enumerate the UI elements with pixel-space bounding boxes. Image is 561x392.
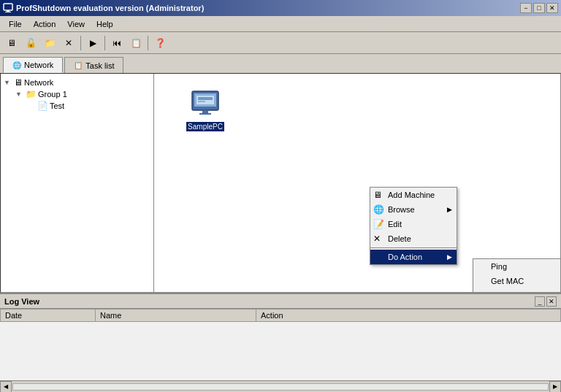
svg-rect-6 (199, 113, 211, 115)
scroll-right-btn[interactable]: ▶ (549, 381, 561, 393)
ctx-edit-label: Edit (388, 220, 402, 228)
ctx-add-machine[interactable]: 🖥 Add Machine (370, 188, 457, 202)
browse-icon: 🌐 (373, 204, 384, 215)
toolbar-save[interactable]: 📁 (41, 34, 58, 52)
toolbar-delete[interactable]: ✕ (60, 34, 77, 52)
ctx-delete-label: Delete (388, 234, 411, 243)
toolbar-list[interactable]: ⏮ (108, 34, 126, 52)
tab-tasklist[interactable]: 📋 Task list (64, 57, 123, 73)
pc-label: SamplePC (186, 122, 224, 131)
browse-arrow: ▶ (447, 206, 452, 213)
menu-file[interactable]: File (3, 18, 28, 30)
ctx-delete[interactable]: ✕ Delete (370, 231, 457, 246)
menu-bar: File Action View Help (0, 16, 561, 32)
close-button[interactable]: ✕ (546, 3, 558, 13)
do-action-arrow: ▶ (447, 253, 452, 261)
ctx-do-action[interactable]: Do Action ▶ (370, 250, 457, 264)
delete-icon: ✕ (373, 234, 381, 244)
toolbar-help[interactable]: ❓ (151, 34, 169, 52)
log-close-btn[interactable]: ✕ (546, 296, 557, 307)
tree-root-expander[interactable]: ▼ (4, 79, 12, 86)
tab-bar: 🌐 Network 📋 Task list (0, 54, 561, 73)
main-content: ▼ 🖥 Network ▼ 📁 Group 1 📄 Test (0, 73, 561, 293)
content-area: SamplePC 🖥 Add Machine 🌐 Browse ▶ 📝 Edit (154, 74, 560, 292)
toolbar-new[interactable]: 🖥 (3, 34, 20, 52)
sub-ping-label: Ping (491, 262, 507, 271)
tree-group[interactable]: ▼ 📁 Group 1 (4, 88, 150, 100)
toolbar-grid[interactable]: 📋 (127, 34, 145, 52)
tree-root[interactable]: ▼ 🖥 Network (4, 77, 150, 88)
log-header-buttons: _ ✕ (535, 296, 557, 307)
ctx-browse[interactable]: 🌐 Browse ▶ (370, 202, 457, 217)
maximize-button[interactable]: □ (533, 3, 545, 13)
tree-child-label: Test (50, 101, 64, 110)
scroll-left-btn[interactable]: ◀ (0, 381, 12, 393)
title-bar: ProfShutdown evaluation version (Adminis… (0, 0, 561, 16)
ctx-browse-label: Browse (388, 205, 415, 214)
tasklist-tab-icon: 📋 (74, 61, 83, 69)
toolbar-sep-1 (80, 36, 81, 50)
tree-group-expander[interactable]: ▼ (15, 91, 24, 98)
log-minimize-btn[interactable]: _ (535, 296, 545, 307)
svg-rect-9 (198, 101, 205, 102)
sub-shutdown[interactable]: Shutdown (473, 288, 560, 292)
ctx-edit[interactable]: 📝 Edit (370, 217, 457, 231)
network-tab-icon: 🌐 (12, 61, 21, 69)
tree-group-label: Group 1 (38, 90, 67, 99)
col-date: Date (1, 310, 96, 322)
log-area: Log View _ ✕ Date Name Action (0, 293, 561, 380)
submenu-do-action: Ping Get MAC Shutdown Reboot WakeUp (Wak… (473, 258, 560, 292)
content-wrapper: ▼ 🖥 Network ▼ 📁 Group 1 📄 Test (0, 73, 561, 392)
col-name: Name (96, 310, 256, 322)
tab-network-label: Network (24, 61, 53, 69)
log-content: Date Name Action (0, 309, 561, 378)
tree-root-label: Network (24, 78, 53, 87)
col-action: Action (256, 310, 561, 322)
toolbar: 🖥 🔓 📁 ✕ ▶ ⏮ 📋 ❓ (0, 32, 561, 54)
tree-child-icon: 📄 (37, 101, 48, 111)
svg-rect-8 (198, 97, 213, 100)
app-icon (3, 3, 13, 13)
log-table: Date Name Action (0, 309, 561, 322)
svg-rect-0 (4, 4, 12, 10)
toolbar-run[interactable]: ▶ (84, 34, 102, 52)
svg-rect-5 (202, 110, 208, 113)
h-scrollbar: ◀ ▶ (0, 380, 561, 392)
svg-rect-1 (7, 10, 9, 12)
sub-shutdown-label: Shutdown (491, 291, 527, 292)
tab-network[interactable]: 🌐 Network (3, 57, 63, 73)
pc-icon-container[interactable]: SamplePC (183, 88, 227, 131)
sidebar: ▼ 🖥 Network ▼ 📁 Group 1 📄 Test (1, 74, 154, 292)
context-menu: 🖥 Add Machine 🌐 Browse ▶ 📝 Edit ✕ Delete (370, 187, 457, 265)
svg-rect-2 (5, 12, 11, 12)
pc-icon-svg (189, 88, 221, 120)
add-machine-icon: 🖥 (373, 190, 382, 200)
menu-action[interactable]: Action (28, 18, 62, 30)
log-title: Log View (4, 297, 39, 306)
sub-get-mac[interactable]: Get MAC (473, 274, 560, 288)
window-title: ProfShutdown evaluation version (Adminis… (16, 4, 204, 12)
toolbar-sep-3 (148, 36, 148, 50)
edit-icon: 📝 (373, 219, 384, 229)
title-buttons: − □ ✕ (520, 3, 558, 13)
tree-root-icon: 🖥 (14, 77, 23, 88)
tree-group-icon: 📁 (26, 89, 37, 99)
menu-view[interactable]: View (61, 18, 91, 30)
scrollbar-track[interactable] (12, 383, 549, 391)
sub-get-mac-label: Get MAC (491, 277, 524, 285)
toolbar-open[interactable]: 🔓 (22, 34, 39, 52)
ctx-add-machine-label: Add Machine (388, 191, 435, 199)
menu-help[interactable]: Help (91, 18, 119, 30)
tree-child[interactable]: 📄 Test (4, 100, 150, 112)
toolbar-sep-2 (104, 36, 105, 50)
minimize-button[interactable]: − (520, 3, 532, 13)
tab-tasklist-label: Task list (85, 61, 114, 70)
ctx-sep (370, 247, 457, 248)
log-header: Log View _ ✕ (0, 294, 561, 309)
sub-ping[interactable]: Ping (473, 259, 560, 274)
ctx-do-action-label: Do Action (388, 253, 422, 261)
